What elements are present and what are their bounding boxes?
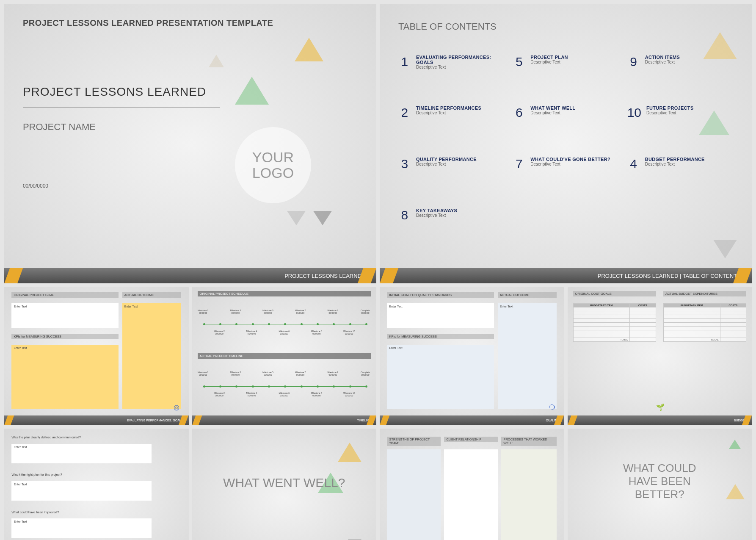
timeline-dot	[301, 323, 303, 325]
timeline-dot	[317, 323, 319, 325]
toc-item: 6WHAT WENT WELLDescriptive Text	[513, 105, 618, 153]
text-pane[interactable]: Enter Text	[11, 345, 119, 408]
timeline-label: Milestone 500/00/00	[259, 309, 276, 314]
text-pane[interactable]	[444, 449, 497, 540]
timeline-label: Milestone 300/00/00	[227, 309, 244, 314]
text-pane[interactable]: Enter Text	[11, 444, 152, 463]
timeline-label: Milestone 100/00/00	[195, 371, 212, 376]
divider	[23, 108, 220, 108]
text-pane[interactable]: Enter Text	[498, 303, 557, 408]
timeline-dot	[349, 385, 351, 388]
timeline-label: Milestone 600/00/00	[276, 392, 292, 397]
timeline-dot	[268, 323, 270, 325]
project-name: PROJECT NAME	[23, 122, 96, 133]
logo-placeholder: YOUR LOGO	[235, 127, 311, 203]
triangle-icon	[338, 443, 361, 462]
timeline-dot	[349, 323, 351, 325]
timeline-dot	[333, 385, 335, 388]
slide-footer: PROJECT LESSONS LEARNED	[4, 268, 376, 283]
timeline-label: Milestone 400/00/00	[243, 330, 260, 335]
timeline-label: Milestone 800/00/00	[308, 392, 325, 397]
slide-footer: QUALITY	[380, 415, 564, 425]
timeline-dot	[235, 323, 237, 325]
slide-budget: ORIGINAL COST GOALS ACTUAL BUDGET EXPEND…	[568, 287, 752, 425]
text-pane[interactable]: Enter Text	[387, 345, 494, 408]
triangle-icon	[729, 440, 741, 449]
slide-wentwell: STRENGTHS OF PROJECT TEAM: CLIENT RELATI…	[380, 429, 564, 540]
date-placeholder: 00/00/0000	[23, 183, 48, 189]
timeline-dot	[365, 323, 367, 325]
pane-header: ORIGINAL COST GOALS	[573, 291, 656, 296]
timeline-label: Milestone 600/00/00	[276, 330, 292, 335]
toc-item: 8KEY TAKEAWAYSDescriptive Text	[398, 208, 504, 256]
slide-wentwell-title: WHAT WENT WELL?	[192, 429, 377, 540]
timeline-dot	[284, 323, 286, 325]
text-pane[interactable]: Enter Text	[11, 303, 119, 328]
toc-item: 1EVALUATING PERFORMANCES: GOALSDescripti…	[398, 55, 504, 102]
pane-header: ACTUAL BUDGET EXPENDITURES	[663, 291, 746, 296]
timeline-dot	[219, 323, 221, 325]
col-header: CLIENT RELATIONSHIP:	[444, 437, 497, 442]
slide-title: PROJECT LESSONS LEARNED PRESENTATION TEM…	[4, 4, 376, 283]
slide-timeline: ORIGINAL PROJECT SCHEDULE ACTUAL PROJECT…	[192, 287, 377, 425]
section-title-line: HAVE BEEN	[568, 475, 752, 488]
text-pane[interactable]	[501, 449, 557, 540]
pane-header: ORIGINAL PROJECT GOAL	[11, 292, 119, 298]
toc-item: 2TIMELINE PERFORMANCESDescriptive Text	[398, 105, 504, 153]
col-header: PROCESSES THAT WORKED WELL:	[501, 437, 557, 446]
pane-header: ACTUAL PROJECT TIMELINE	[198, 353, 371, 359]
text-pane[interactable]: Enter Text	[122, 303, 181, 408]
toc-item: 4BUDGET PERFORMANCEDescriptive Text	[627, 157, 733, 205]
template-header: PROJECT LESSONS LEARNED PRESENTATION TEM…	[23, 18, 273, 28]
timeline-label: Milestone 800/00/00	[308, 330, 325, 335]
triangle-icon	[295, 38, 323, 61]
timeline-dot	[235, 385, 237, 388]
slide-toc: TABLE OF CONTENTS 1EVALUATING PERFORMANC…	[380, 4, 752, 283]
text-pane[interactable]: Enter Text	[11, 481, 152, 501]
slide-footer: EVALUATING PERFORMANCES: GOALS	[4, 415, 189, 425]
text-pane[interactable]: Enter Text	[11, 518, 152, 538]
timeline-label: Milestone 700/00/00	[292, 371, 309, 376]
balloon-icon: ❍	[549, 403, 555, 411]
question: Was it the right plan for this project?	[11, 473, 62, 476]
cost-table: BUDGETARY ITEMCOSTS TOTAL	[573, 303, 656, 342]
triangle-icon	[313, 211, 332, 225]
section-title-line: WHAT COULD	[568, 462, 752, 475]
toc-title: TABLE OF CONTENTS	[398, 21, 497, 32]
slide-footer: BUDGET	[568, 415, 752, 425]
timeline-label: Milestone 300/00/00	[227, 371, 244, 376]
timeline-dot	[252, 385, 254, 388]
toc-grid: 1EVALUATING PERFORMANCES: GOALSDescripti…	[398, 55, 733, 256]
question: Was the plan clearly defined and communi…	[11, 435, 81, 439]
timeline-label: Milestone 400/00/00	[243, 392, 260, 397]
cost-table: BUDGETARY ITEMCOSTS TOTAL	[663, 303, 746, 342]
pane-header: ACTUAL OUTCOME	[498, 292, 557, 298]
timeline-label: Milestone 1000/00/00	[341, 392, 358, 397]
timeline-dot	[252, 323, 254, 325]
triangle-icon	[235, 77, 269, 105]
slide-goals: ORIGINAL PROJECT GOAL Enter Text ACTUAL …	[4, 287, 189, 425]
section-title: WHAT WENT WELL?	[192, 476, 377, 490]
timeline-dot	[301, 385, 303, 388]
timeline-dot	[317, 385, 319, 388]
timeline-label: Milestone 100/00/00	[195, 309, 212, 314]
main-title: PROJECT LESSONS LEARNED	[23, 85, 206, 99]
slide-quality: INITIAL GOAL FOR QUALITY STANDARDS Enter…	[380, 287, 564, 425]
pane-header: ACTUAL OUTCOME	[122, 292, 181, 298]
section-title-line: BETTER?	[568, 488, 752, 501]
plant-icon: 🌱	[656, 403, 665, 411]
pane-header: INITIAL GOAL FOR QUALITY STANDARDS	[387, 292, 494, 298]
triangle-icon	[209, 55, 224, 67]
slide-plan: Was the plan clearly defined and communi…	[4, 429, 189, 540]
pane-header: KPIs for MEASURING SUCCESS	[387, 334, 494, 339]
question: What could have been improved?	[11, 510, 59, 514]
toc-item: 7WHAT COULD'VE GONE BETTER?Descriptive T…	[513, 157, 618, 205]
text-pane[interactable]: Enter Text	[387, 303, 494, 328]
text-pane[interactable]	[387, 449, 440, 540]
timeline-label: Milestone 200/00/00	[211, 392, 228, 397]
timeline-dot	[268, 385, 270, 388]
slide-better-title: WHAT COULD HAVE BEEN BETTER?	[568, 429, 752, 540]
target-icon: ◎	[174, 403, 179, 411]
timeline-dot	[203, 323, 205, 325]
toc-item: 9ACTION ITEMSDescriptive Text	[627, 55, 733, 102]
